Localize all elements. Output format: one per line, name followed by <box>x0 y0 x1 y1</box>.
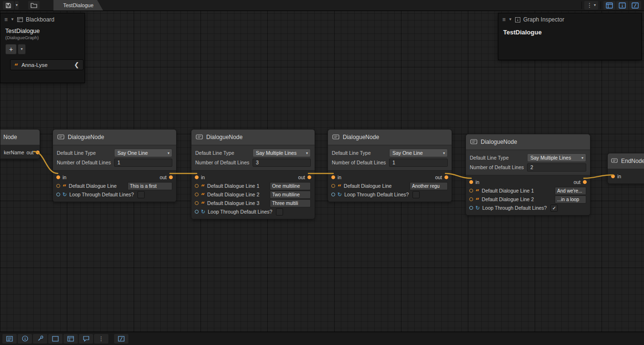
frame-icon <box>52 336 59 342</box>
line-type-dropdown[interactable]: Say One Line ▾ <box>389 149 448 157</box>
minimap-toggle-button[interactable] <box>629 1 641 10</box>
expand-chevron-icon[interactable]: ❮ <box>74 61 79 68</box>
port-row: kerName out <box>0 148 40 157</box>
node-title-bar[interactable]: EndNode <box>608 153 644 169</box>
quote-icon: “ <box>201 203 205 206</box>
out-port[interactable] <box>583 180 587 184</box>
blackboard-toggle-button[interactable] <box>603 1 615 10</box>
line-type-dropdown[interactable]: Say Multiple Lines ▾ <box>527 153 586 162</box>
loop-checkbox[interactable] <box>412 191 420 198</box>
collapse-arrow-icon[interactable]: ▼ <box>11 18 14 22</box>
save-button[interactable] <box>3 1 14 10</box>
loop-icon: ↻ <box>475 205 480 211</box>
dialogue-node-3[interactable]: DialogueNode Default Line Type Say One L… <box>327 129 452 202</box>
num-default-lines-field[interactable]: 1 <box>389 159 448 167</box>
dialogue-line-field[interactable]: One multiline <box>270 182 311 190</box>
node-title-bar[interactable]: DialogueNode <box>53 129 176 145</box>
node-title-bar[interactable]: DialogueNode <box>466 134 590 150</box>
node-title: DialogueNode <box>68 134 104 140</box>
minimap-toggle-icon <box>632 2 639 9</box>
line-type-dropdown[interactable]: Say One Line ▾ <box>114 149 172 157</box>
loop-port[interactable] <box>331 193 335 196</box>
asset-tab[interactable]: TestDialogue <box>53 0 103 11</box>
loop-port[interactable] <box>56 193 60 196</box>
graph-inspector-toggle-button[interactable] <box>616 1 628 10</box>
save-dropdown-button[interactable]: ▾ <box>15 1 19 10</box>
port-label: Default Dialogue Line 3 <box>207 200 259 206</box>
dialogue-line-port[interactable] <box>195 184 199 188</box>
dialogue-node-2[interactable]: DialogueNode Default Line Type Say Multi… <box>191 129 315 219</box>
overflow-menu-button[interactable]: ⋮ ▾ <box>584 1 598 10</box>
loop-port[interactable] <box>195 210 199 214</box>
chevron-down-icon: ▾ <box>581 156 583 160</box>
add-property-dropdown[interactable]: ▾ <box>18 44 26 54</box>
node-title: DialogueNode <box>481 139 517 145</box>
dialogue-line-port[interactable] <box>195 201 199 205</box>
dialogue-line-field[interactable]: This is a first <box>127 182 172 190</box>
hamburger-icon[interactable]: ≡ <box>502 17 506 22</box>
out-port[interactable] <box>307 175 311 179</box>
quote-icon: “ <box>338 185 341 189</box>
line-type-dropdown[interactable]: Say Multiple Lines ▾ <box>253 149 311 157</box>
loop-checkbox[interactable] <box>137 191 145 198</box>
blackboard-field-name: Anna-Lyse <box>21 62 71 68</box>
dialogue-panel-button[interactable] <box>79 334 93 344</box>
node-title-bar[interactable]: Node <box>0 129 40 145</box>
menu-dots-icon: ⋮ <box>587 2 592 8</box>
frame-button[interactable] <box>48 334 63 344</box>
dialogue-line-port[interactable] <box>331 184 335 188</box>
node-title: DialogueNode <box>206 134 243 140</box>
quote-icon: “ <box>475 190 479 194</box>
loop-port[interactable] <box>469 206 473 210</box>
open-asset-button[interactable] <box>28 1 40 10</box>
num-default-lines-field[interactable]: 3 <box>253 159 311 167</box>
prop-label: Default Line Type <box>57 150 114 156</box>
out-port-label: out <box>27 150 34 155</box>
blackboard-panel: ≡ ▼ Blackboard TestDialogue (DialogueGra… <box>0 13 85 83</box>
num-default-lines-field[interactable]: 1 <box>114 159 172 167</box>
node-title-bar[interactable]: DialogueNode <box>328 129 452 145</box>
dialogue-line-field[interactable]: ...in a loop <box>555 195 586 204</box>
dialogue-node-4[interactable]: DialogueNode Default Line Type Say Multi… <box>465 134 591 216</box>
out-port[interactable] <box>444 175 448 179</box>
out-port[interactable] <box>169 175 173 179</box>
port-label: Loop Through Default Lines? <box>208 209 272 215</box>
partial-node[interactable]: Node kerName out <box>0 129 40 159</box>
num-default-lines-field[interactable]: 2 <box>527 163 586 172</box>
bottom-overflow-button[interactable]: ⋮ <box>94 334 108 344</box>
dialogue-line-port[interactable] <box>469 189 473 193</box>
node-title: DialogueNode <box>343 134 379 140</box>
dialogue-line-port[interactable] <box>56 184 60 188</box>
panel-title: Blackboard <box>26 16 54 23</box>
node-title-bar[interactable]: DialogueNode <box>191 129 315 145</box>
graph-inspector-toggle-icon <box>619 2 626 9</box>
in-port[interactable] <box>195 175 199 179</box>
blackboard-panel-button[interactable] <box>63 334 78 344</box>
in-port[interactable] <box>331 175 335 179</box>
add-property-button[interactable]: + <box>5 44 17 54</box>
dialogue-node-1[interactable]: DialogueNode Default Line Type Say One L… <box>53 129 177 202</box>
in-port[interactable] <box>469 180 473 184</box>
dialogue-line-field[interactable]: Another regu <box>410 182 448 190</box>
dialogue-line-field[interactable]: Two multiline <box>270 191 311 199</box>
speech-icon <box>83 336 89 342</box>
loop-checkbox[interactable]: ✓ <box>550 205 558 212</box>
chevron-down-icon: ▾ <box>168 151 169 155</box>
minimap-button[interactable] <box>114 334 128 344</box>
dialogue-line-port[interactable] <box>195 193 199 196</box>
inspector-button[interactable] <box>18 334 32 344</box>
hamburger-icon[interactable]: ≡ <box>4 17 8 22</box>
blackboard-field-row[interactable]: “ Anna-Lyse ❮ <box>10 59 84 70</box>
dialogue-line-port[interactable] <box>469 197 473 201</box>
dropdown-value: Say Multiple Lines <box>256 150 296 156</box>
loop-checkbox[interactable] <box>276 208 283 216</box>
tools-button[interactable] <box>33 334 47 344</box>
collapse-arrow-icon[interactable]: ▼ <box>508 18 512 22</box>
end-node[interactable]: EndNode in <box>607 153 644 184</box>
dialogue-line-field[interactable]: Three multili <box>270 199 311 207</box>
port-label: Default Dialogue Line 1 <box>207 183 259 189</box>
dialogue-line-field[interactable]: And we're... <box>555 187 586 195</box>
in-port[interactable] <box>56 175 60 179</box>
console-button[interactable] <box>2 334 17 344</box>
prop-label: Number of Default Lines <box>470 164 527 170</box>
